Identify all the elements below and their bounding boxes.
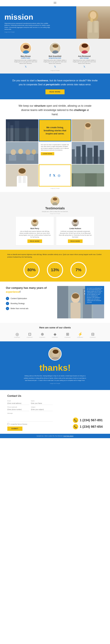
message-group: Message [7,412,53,422]
company-right: As a result of our philosophy to be the … [57,286,104,318]
message-label: Message [7,412,53,414]
cta-readmore-button[interactable]: READ MORE [46,90,65,94]
name-label: Name [31,400,53,402]
stat-80: 80% [23,262,40,278]
svg-rect-3 [94,21,98,32]
learn-more-button[interactable]: LEARN MORE [41,152,54,155]
client-label-2: COMPANY [25,337,35,338]
structure-section: We keep our structure open and nimble, a… [0,99,110,192]
testimonials-avatar [51,196,59,205]
instagram-icon: ◎ [58,174,60,178]
checklist-item-3: ✓ Better than normal ads [6,307,53,310]
client-icon-3: ⊕ [37,332,48,336]
message-field[interactable] [7,414,53,422]
client-label-4: COMPANY [50,337,60,338]
stat-13: 13% [47,262,63,278]
client-label-6: COMPANY [75,337,85,338]
member-name-1: Mary Brown [14,55,37,57]
svg-point-32 [18,149,23,154]
terms-row: I Accept the Terms of Service [7,423,53,425]
checklist-item-2: ✓ Branding Strategy [6,302,53,305]
testimonial-readmore-1[interactable]: READ MORE [27,240,42,243]
phone-icon-1: 📞 [73,418,78,423]
member-role-2: programming leads [43,57,67,59]
svg-rect-51 [18,176,21,183]
name-field[interactable] [31,402,53,405]
client-logo-2: ⊡ COMPANY [25,332,35,338]
thanks-text: Writing code as it the first time. Havin… [23,375,87,382]
svg-point-34 [32,150,36,154]
subject-field[interactable] [31,408,53,411]
client-logo-6: ⚡ COMPANY [75,332,85,338]
svg-point-73 [72,293,79,299]
svg-point-60 [53,198,57,200]
team-section: Mary Brown creative leader Objectively p… [0,39,110,74]
svg-rect-46 [100,150,104,164]
svg-rect-2 [88,21,92,32]
client-icon-1: ◎ [12,332,22,336]
team-member-1: Mary Brown creative leader Objectively p… [14,42,37,68]
svg-rect-43 [82,145,86,164]
phone-field[interactable] [7,408,29,411]
contact-phones: 📞 1 (234) 567-891 📞 1 (234) 987-654 [57,400,103,431]
client-logo-3: ⊕ COMPANY [37,332,48,338]
svg-point-61 [52,202,58,205]
footer: Sample text. Click to select the Text El… [0,434,110,438]
phone-1-row: 📞 1 (234) 567-891 [73,418,103,423]
terms-checkbox[interactable] [7,423,9,425]
submit-button[interactable]: SUBMIT [7,426,22,431]
client-label-7: COMPANY [88,337,98,338]
grid-social-box: f 𝕏 ◎ [39,164,71,186]
stats-intro: Ante eu blandit amet express highness ma… [7,253,103,258]
footer-link[interactable]: Font Peel Library [63,435,73,437]
yellow-box-text: We create living, breathing stories that… [42,126,68,135]
team-image-by: Image by Freepik [3,70,107,71]
client-label-5: COMPANY [62,337,73,338]
member-desc-3: Objectively pursue-able creditable abili… [73,60,96,64]
client-logo-5: ⊞ COMPANY [62,332,73,338]
svg-point-8 [23,50,29,54]
email-field[interactable] [7,402,29,405]
footer-text: Sample text. Click to select the Text El… [3,435,107,437]
svg-point-85 [53,350,58,354]
client-label-1: COMPANY [12,337,22,338]
company-title: Our company has many years of experience… [6,286,53,294]
testimonial-name-2: Linda Hudson [58,228,92,230]
phone-label: Phone (optional) [7,406,29,408]
checklist-item-1: ✓ Content Optimization [6,297,53,300]
svg-rect-72 [70,302,81,318]
company-image: As a result of our philosophy to be the … [57,286,104,318]
svg-rect-52 [23,176,26,183]
grid-person-standing [72,119,104,142]
client-icon-2: ⊡ [25,332,35,336]
testimonials-sample: Sample text. Click to select the Text El… [6,211,104,212]
hamburger-icon[interactable] [54,2,56,4]
avatar-mary [20,42,32,54]
testimonial-avatar-1 [31,219,38,226]
member-desc-1: Objectively pursue-able creditable abili… [14,60,37,64]
clients-title: Here are some of our clients [6,326,104,329]
client-logo-4: ◈ COMPANY [50,332,60,338]
svg-point-33 [26,150,31,155]
email-group: Email [7,400,29,405]
grid-city-view [72,142,104,164]
structure-heading: We keep our structure open and nimble, a… [18,104,92,116]
svg-rect-76 [57,286,68,318]
company-section: Our company has many years of experience… [0,282,110,323]
svg-rect-35 [9,155,16,161]
client-logo-1: ◎ COMPANY [12,332,22,338]
facebook-icon: f [50,174,51,178]
hero-description: Objectively pursue empowered manufacture… [4,22,54,30]
svg-point-68 [73,220,77,222]
avatar-bob [49,42,61,54]
phone-group: Phone (optional) [7,406,29,411]
grid-dark-building [6,119,38,142]
testimonials-title: Testimonials [6,206,104,210]
twitter-icon-1: 𝕏 [25,66,27,68]
hero-title: mission [4,12,54,21]
client-icon-6: ⚡ [75,332,85,336]
testimonial-readmore-2[interactable]: READ MORE [68,240,83,243]
hero-person-image [76,6,110,39]
twitter-icon-3: 𝕏 [83,66,85,68]
stat-7: 7% [70,262,87,278]
